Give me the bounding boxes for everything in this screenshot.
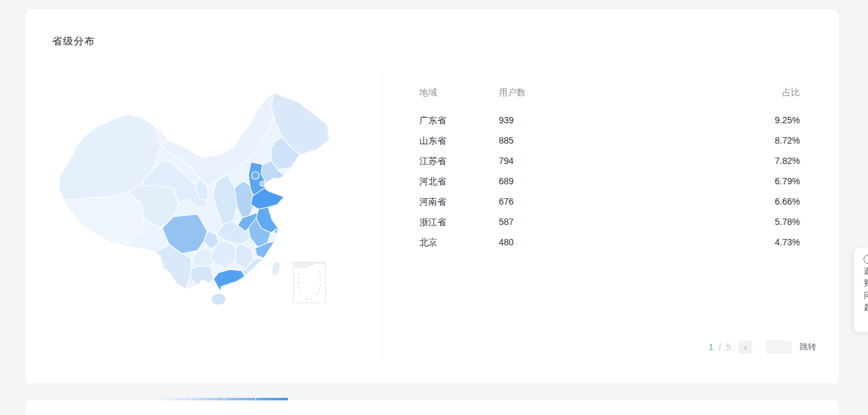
- feedback-widget[interactable]: 遇 到 问 题: [854, 248, 868, 332]
- card-title: 省级分布: [52, 35, 95, 48]
- cell-region: 北京: [419, 237, 499, 257]
- page-indicator: 1 / 5: [709, 340, 731, 354]
- cell-percent: 5.78%: [775, 217, 800, 237]
- south-china-sea-inset: [294, 262, 326, 303]
- cell-region: 山东省: [419, 135, 499, 156]
- feedback-content: 遇 到 问 题: [854, 248, 868, 312]
- region-table: 地域 用户数 占比 广东省 939 9.25% 山东省 885 8.72% 江苏…: [419, 87, 800, 97]
- cell-users: 885: [499, 135, 775, 156]
- table-body: 广东省 939 9.25% 山东省 885 8.72% 江苏省 794 7.82…: [419, 115, 800, 257]
- province-taiwan[interactable]: [271, 261, 281, 276]
- china-map[interactable]: 0 250 500 750 1000: [54, 85, 340, 313]
- province-tianjin[interactable]: [260, 181, 265, 186]
- china-map-svg: [54, 85, 340, 313]
- cell-users: 689: [499, 176, 775, 196]
- table-row: 浙江省 587 5.78%: [419, 217, 800, 237]
- cell-region: 河南省: [419, 196, 499, 217]
- vertical-divider: [382, 74, 383, 358]
- cell-region: 广东省: [419, 115, 499, 135]
- total-pages: 5: [726, 342, 731, 352]
- page-jump-label: 跳转: [799, 341, 816, 353]
- cell-percent: 4.73%: [775, 237, 800, 257]
- cell-percent: 7.82%: [775, 156, 800, 176]
- cell-percent: 6.79%: [775, 176, 800, 196]
- column-header-percent: 占比: [782, 87, 800, 97]
- table-row: 江苏省 794 7.82%: [419, 156, 800, 176]
- cell-percent: 8.72%: [775, 135, 800, 156]
- province-shanghai[interactable]: [275, 229, 279, 234]
- table-row: 山东省 885 8.72%: [419, 135, 800, 156]
- table-row: 北京 480 4.73%: [419, 237, 800, 257]
- column-header-users: 用户数: [499, 87, 782, 97]
- province-distribution-card: 省级分布: [25, 10, 839, 383]
- feedback-label-char: 遇: [864, 266, 868, 276]
- cell-users: 676: [499, 196, 775, 217]
- cell-percent: 9.25%: [775, 115, 800, 135]
- next-page-button[interactable]: ›: [738, 341, 752, 354]
- cell-percent: 6.66%: [775, 196, 800, 217]
- table-row: 广东省 939 9.25%: [419, 115, 800, 135]
- province-guangdong[interactable]: [214, 269, 245, 291]
- cell-users: 480: [499, 237, 775, 257]
- question-circle-icon: [864, 255, 868, 264]
- feedback-label-char: 问: [864, 290, 868, 300]
- cell-users: 939: [499, 115, 775, 135]
- province-beijing[interactable]: [252, 172, 259, 179]
- table-header: 地域 用户数 占比: [419, 87, 800, 97]
- current-page: 1: [709, 342, 714, 352]
- table-row: 河南省 676 6.66%: [419, 196, 800, 217]
- table-row: 河北省 689 6.79%: [419, 176, 800, 196]
- cell-region: 河北省: [419, 176, 499, 196]
- page-separator: /: [716, 342, 724, 352]
- column-header-region: 地域: [419, 87, 499, 97]
- cell-region: 江苏省: [419, 156, 499, 176]
- feedback-label-char: 题: [864, 303, 868, 312]
- next-section-card: [25, 400, 839, 415]
- pagination: 1 / 5 › 跳转: [709, 340, 816, 354]
- cell-region: 浙江省: [419, 217, 499, 237]
- cell-users: 794: [499, 156, 775, 176]
- cell-users: 587: [499, 217, 775, 237]
- province-hainan[interactable]: [212, 294, 226, 305]
- page-jump-input[interactable]: [766, 341, 792, 354]
- chevron-right-icon: ›: [744, 343, 747, 352]
- feedback-label-char: 到: [864, 278, 868, 288]
